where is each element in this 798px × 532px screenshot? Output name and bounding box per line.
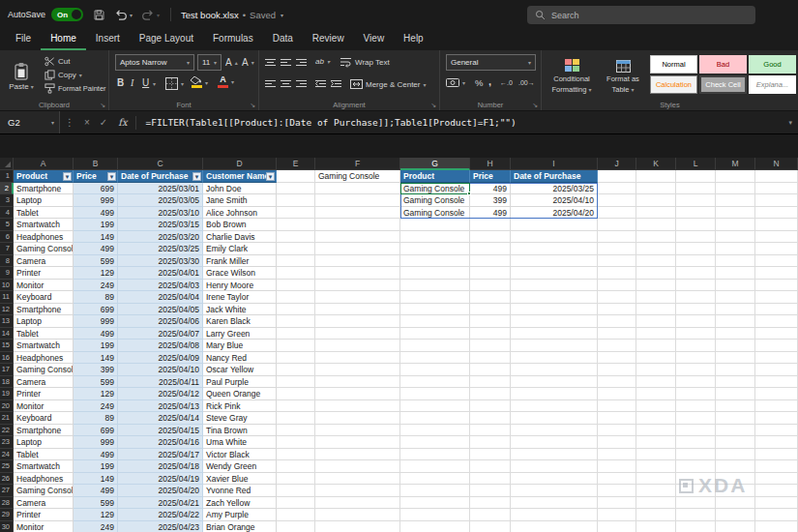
cell-B4[interactable]: 499 [74, 207, 118, 220]
copy-button[interactable]: Copy ▾ [44, 70, 82, 80]
column-header-I[interactable]: I [511, 158, 598, 170]
tab-home[interactable]: Home [41, 29, 86, 50]
cell-B15[interactable]: 199 [74, 340, 118, 352]
cell-A29[interactable]: Printer [14, 509, 74, 521]
row-header-2[interactable]: 2 [0, 183, 14, 195]
cell-D1[interactable]: Customer Name▼ [203, 170, 277, 183]
document-title-menu[interactable]: Test book.xlsx • Saved ▾ [181, 10, 283, 20]
column-header-D[interactable]: D [203, 158, 277, 170]
cell-C11[interactable]: 2025/04/04 [118, 291, 203, 304]
row-header-17[interactable]: 17 [0, 364, 14, 376]
cell-A3[interactable]: Laptop [14, 194, 74, 207]
cell-D25[interactable]: Wendy Green [203, 460, 277, 473]
column-header-F[interactable]: F [315, 158, 400, 170]
cell-B24[interactable]: 499 [74, 449, 118, 461]
cell-H1[interactable]: Price [470, 170, 511, 183]
clipboard-dialog-launcher[interactable]: ↘ [100, 102, 105, 108]
cell-D11[interactable]: Irene Taylor [203, 291, 277, 304]
cell-A13[interactable]: Laptop [14, 315, 74, 328]
tab-data[interactable]: Data [263, 29, 303, 50]
row-header-24[interactable]: 24 [0, 449, 14, 461]
cell-A11[interactable]: Keyboard [14, 291, 74, 304]
cell-C9[interactable]: 2025/04/01 [118, 267, 203, 280]
cell-D22[interactable]: Tina Brown [203, 425, 277, 437]
cell-I1[interactable]: Date of Purchase [511, 170, 598, 183]
filter-dropdown-icon[interactable]: ▼ [63, 172, 72, 181]
row-header-21[interactable]: 21 [0, 412, 14, 425]
cell-D8[interactable]: Frank Miller [203, 255, 277, 268]
cell-C24[interactable]: 2025/04/17 [118, 449, 203, 461]
cell-D16[interactable]: Nancy Red [203, 352, 277, 365]
number-format-combo[interactable]: General▾ [446, 54, 536, 71]
name-box[interactable]: G2 ▾ [0, 111, 60, 133]
cell-C3[interactable]: 2025/03/05 [118, 194, 203, 207]
cell-A12[interactable]: Smartphone [14, 304, 74, 316]
cell-B6[interactable]: 149 [74, 231, 118, 244]
cell-A6[interactable]: Headphones [14, 231, 74, 244]
cell-C27[interactable]: 2025/04/20 [118, 485, 203, 497]
cell-B8[interactable]: 599 [74, 255, 118, 268]
row-header-16[interactable]: 16 [0, 352, 14, 365]
row-header-6[interactable]: 6 [0, 231, 14, 244]
cell-B28[interactable]: 599 [74, 497, 118, 510]
merge-center-button[interactable]: Merge & Center ▾ [350, 79, 426, 89]
row-header-28[interactable]: 28 [0, 497, 14, 510]
row-header-12[interactable]: 12 [0, 304, 14, 316]
number-dialog-launcher[interactable]: ↘ [532, 102, 538, 108]
cell-D14[interactable]: Larry Green [203, 328, 277, 340]
tab-page-layout[interactable]: Page Layout [130, 29, 203, 50]
cell-A5[interactable]: Smartwatch [14, 219, 74, 231]
row-header-5[interactable]: 5 [0, 219, 14, 231]
cell-D12[interactable]: Jack White [203, 304, 277, 316]
row-header-29[interactable]: 29 [0, 509, 14, 521]
cell-A23[interactable]: Laptop [14, 436, 74, 449]
cell-style-bad[interactable]: Bad [699, 55, 747, 74]
row-header-18[interactable]: 18 [0, 376, 14, 389]
row-header-25[interactable]: 25 [0, 460, 14, 473]
cell-F1[interactable]: Gaming Console [315, 170, 400, 183]
row-header-4[interactable]: 4 [0, 207, 14, 220]
cell-style-check-cell[interactable]: Check Cell [699, 75, 747, 94]
autosave-toggle[interactable]: On [51, 8, 83, 21]
decrease-decimal-button[interactable]: .00→ [518, 79, 535, 86]
cut-button[interactable]: Cut [44, 56, 70, 67]
cell-G2[interactable]: Gaming Console [400, 183, 470, 195]
cell-B21[interactable]: 89 [74, 412, 118, 425]
cell-A19[interactable]: Printer [14, 388, 74, 400]
cell-H2[interactable]: 499 [470, 183, 511, 195]
cell-style-normal[interactable]: Normal [650, 55, 697, 74]
cell-D28[interactable]: Zach Yellow [203, 497, 277, 510]
cell-B13[interactable]: 999 [74, 315, 118, 328]
cell-D23[interactable]: Uma White [203, 436, 277, 449]
cell-C21[interactable]: 2025/04/14 [118, 412, 203, 425]
cell-C2[interactable]: 2025/03/01 [118, 183, 203, 195]
cell-C23[interactable]: 2025/04/16 [118, 436, 203, 449]
row-header-13[interactable]: 13 [0, 315, 14, 328]
top-align-button[interactable] [265, 58, 277, 68]
borders-button[interactable]: ▾ [165, 77, 184, 90]
format-as-table-button[interactable]: Format as Table ▾ [600, 53, 646, 100]
cell-A16[interactable]: Headphones [14, 352, 74, 365]
row-header-9[interactable]: 9 [0, 267, 14, 280]
cell-C28[interactable]: 2025/04/21 [118, 497, 203, 510]
cell-A14[interactable]: Tablet [14, 328, 74, 340]
conditional-formatting-button[interactable]: Conditional Formatting ▾ [546, 53, 598, 100]
insert-function-button[interactable]: fx [118, 117, 127, 128]
cell-D4[interactable]: Alice Johnson [203, 207, 277, 220]
cell-C15[interactable]: 2025/04/08 [118, 340, 203, 352]
cell-G3[interactable]: Gaming Console [400, 194, 470, 207]
cell-C26[interactable]: 2025/04/19 [118, 473, 203, 486]
cell-H4[interactable]: 499 [470, 207, 511, 220]
increase-indent-button[interactable] [331, 79, 342, 89]
cell-C20[interactable]: 2025/04/13 [118, 400, 203, 413]
cell-D6[interactable]: Charlie Davis [203, 231, 277, 244]
column-header-C[interactable]: C [118, 158, 203, 170]
cell-B23[interactable]: 999 [74, 436, 118, 449]
middle-align-button[interactable] [281, 58, 292, 68]
cell-D30[interactable]: Brian Orange [203, 521, 277, 532]
increase-decimal-button[interactable]: ←.0 [500, 79, 513, 86]
cell-B11[interactable]: 89 [74, 291, 118, 304]
cell-B30[interactable]: 249 [74, 521, 118, 532]
cell-A24[interactable]: Tablet [14, 449, 74, 461]
row-header-14[interactable]: 14 [0, 328, 14, 340]
